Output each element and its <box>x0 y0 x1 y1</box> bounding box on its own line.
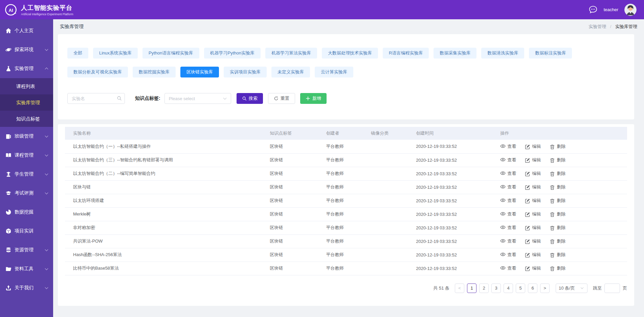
knowledge-tag-select[interactable]: Please select <box>164 93 231 104</box>
edit-action-button[interactable]: 编辑 <box>525 157 541 163</box>
view-action-button[interactable]: 查看 <box>500 225 516 231</box>
cell-image_class <box>363 262 408 275</box>
sidebar-item-about[interactable]: 关于我们 <box>0 278 53 297</box>
page-button-6[interactable]: 6 <box>528 284 537 293</box>
edit-action-button[interactable]: 编辑 <box>525 225 541 231</box>
delete-action-button[interactable]: 删除 <box>550 252 565 258</box>
library-tag[interactable]: 大数据处理技术实验库 <box>322 48 378 59</box>
library-tag[interactable]: 数据采集实验库 <box>434 48 476 59</box>
view-action-button[interactable]: 查看 <box>500 198 516 204</box>
sidebar-item-label: 资料工具 <box>15 266 45 272</box>
library-tag[interactable]: Linux系统实验库 <box>93 48 138 59</box>
prev-page-button[interactable]: < <box>455 284 464 293</box>
cell-created: 2020-12-19 03:33:52 <box>408 194 492 207</box>
sidebar-item-experiment[interactable]: 实验管理 <box>0 59 53 78</box>
sidebar-item-label: 个人主页 <box>15 28 49 34</box>
edit-action-button[interactable]: 编辑 <box>525 171 541 177</box>
page-button-4[interactable]: 4 <box>504 284 513 293</box>
cell-tag: 区块链 <box>262 234 318 248</box>
search-button[interactable]: 搜索 <box>237 93 263 104</box>
add-button[interactable]: 新增 <box>300 93 327 104</box>
library-tag[interactable]: 机器学习算法实验库 <box>265 48 317 59</box>
library-tag[interactable]: 全部 <box>67 48 88 59</box>
cell-image_class <box>363 221 408 234</box>
view-action-button[interactable]: 查看 <box>500 252 516 258</box>
col-experiment-name: 实验名称 <box>65 127 262 140</box>
search-toolbar: 知识点标签: Please select 搜索 重置 <box>67 93 625 104</box>
username: teacher <box>604 7 618 12</box>
library-tag[interactable]: 未定义实验库 <box>271 67 310 77</box>
chevron-down-icon <box>45 286 48 289</box>
experiment-name-input[interactable] <box>67 93 125 104</box>
library-tag[interactable]: Python语言编程实验库 <box>142 48 199 59</box>
sidebar-item-resource[interactable]: 资源管理 <box>0 241 53 259</box>
delete-action-button[interactable]: 删除 <box>550 238 565 244</box>
delete-action-button[interactable]: 删除 <box>550 265 565 271</box>
cell-created: 2020-12-19 03:33:52 <box>408 221 492 234</box>
edit-action-button[interactable]: 编辑 <box>525 252 541 258</box>
view-action-button[interactable]: 查看 <box>500 211 516 217</box>
sidebar-subitem-experiment-library[interactable]: 实验库管理 <box>0 94 53 111</box>
jump-label: 跳至 <box>593 285 602 291</box>
sidebar-item-exam[interactable]: 考试评测 <box>0 184 53 203</box>
cell-creator: 平台教师 <box>318 234 363 248</box>
delete-action-button[interactable]: 删除 <box>550 143 565 150</box>
sidebar-item-explore[interactable]: 探索环境 <box>0 40 53 59</box>
library-tag[interactable]: 数据标注实验库 <box>529 48 572 59</box>
library-tag[interactable]: R语言编程实验库 <box>383 48 429 59</box>
next-page-button[interactable]: > <box>540 284 550 293</box>
library-tag[interactable]: 实训项目实验库 <box>224 67 267 77</box>
user-avatar[interactable] <box>624 4 637 16</box>
reset-button[interactable]: 重置 <box>268 93 295 104</box>
breadcrumb-parent[interactable]: 实验管理 <box>589 24 606 29</box>
edit-action-button[interactable]: 编辑 <box>525 184 541 190</box>
library-tag[interactable]: 数据挖掘实验库 <box>133 67 176 77</box>
sidebar-item-class[interactable]: 班级管理 <box>0 127 53 146</box>
col-image-class: 镜像分类 <box>363 127 408 140</box>
page-button-3[interactable]: 3 <box>491 284 501 293</box>
view-action-button[interactable]: 查看 <box>500 184 516 190</box>
trash-icon <box>550 239 555 244</box>
view-action-button[interactable]: 查看 <box>500 143 516 150</box>
sidebar-item-course[interactable]: 课程管理 <box>0 146 53 165</box>
view-action-button[interactable]: 查看 <box>500 238 516 244</box>
page-button-2[interactable]: 2 <box>479 284 489 293</box>
sidebar-item-datamining[interactable]: 数据挖掘 <box>0 203 53 222</box>
delete-action-button[interactable]: 删除 <box>550 198 565 204</box>
delete-action-button[interactable]: 删除 <box>550 225 565 231</box>
sidebar-item-tools[interactable]: 资料工具 <box>0 259 53 278</box>
library-tag[interactable]: 云计算实验库 <box>315 67 353 77</box>
view-action-button[interactable]: 查看 <box>500 157 516 163</box>
delete-action-button[interactable]: 删除 <box>550 171 565 177</box>
view-action-button[interactable]: 查看 <box>500 171 516 177</box>
sidebar-subitem-knowledge-tags[interactable]: 知识点标签 <box>0 111 53 127</box>
delete-action-button[interactable]: 删除 <box>550 157 565 163</box>
chevron-down-icon <box>45 248 48 251</box>
view-action-button[interactable]: 查看 <box>500 265 516 271</box>
edit-icon <box>525 185 530 189</box>
delete-action-button[interactable]: 删除 <box>550 184 565 190</box>
edit-action-button[interactable]: 编辑 <box>525 211 541 217</box>
sidebar-item-student[interactable]: 学生管理 <box>0 165 53 184</box>
page-size-select[interactable]: 10 条/页 <box>556 284 587 293</box>
library-tag[interactable]: 机器学习Python实验库 <box>204 48 261 59</box>
sidebar-subitem-course-list[interactable]: 课程列表 <box>0 78 53 94</box>
sidebar-item-project[interactable]: 项目实训 <box>0 222 53 241</box>
library-tag[interactable]: 数据清洗实验库 <box>481 48 524 59</box>
edit-action-button[interactable]: 编辑 <box>525 198 541 204</box>
library-tag[interactable]: 数据分析及可视化实验库 <box>67 67 128 77</box>
sidebar-item-label: 数据挖掘 <box>15 209 49 215</box>
edit-action-button[interactable]: 编辑 <box>525 143 541 150</box>
page-button-5[interactable]: 5 <box>516 284 525 293</box>
library-tag[interactable]: 区块链实验库 <box>180 67 219 77</box>
jump-page-input[interactable] <box>604 284 620 293</box>
pie-icon <box>5 209 12 215</box>
sidebar-item-home[interactable]: 个人主页 <box>0 21 53 40</box>
edit-action-button[interactable]: 编辑 <box>525 238 541 244</box>
edit-action-button[interactable]: 编辑 <box>525 265 541 271</box>
message-icon[interactable] <box>589 5 598 14</box>
delete-action-button[interactable]: 删除 <box>550 211 565 217</box>
filter-card: 全部Linux系统实验库Python语言编程实验库机器学习Python实验库机器… <box>58 34 634 119</box>
page-button-1[interactable]: 1 <box>467 284 476 293</box>
col-knowledge-tag: 知识点标签 <box>262 127 318 140</box>
